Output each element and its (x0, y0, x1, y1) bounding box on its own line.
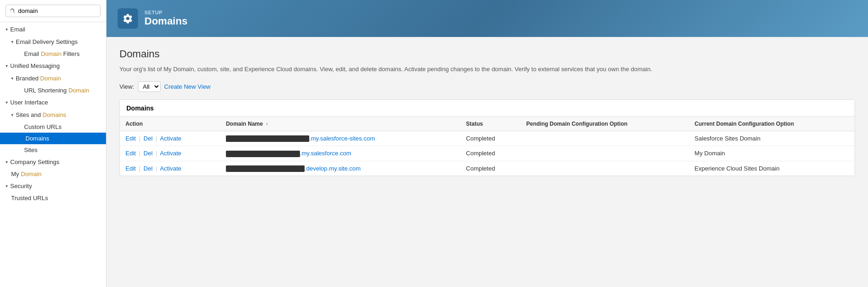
sidebar-label-branded-domain: Branded Domain (16, 75, 61, 82)
header-text: SETUP Domains (144, 10, 187, 27)
domains-table-container: Domains Action Domain Name ↑ Status Pend… (119, 99, 855, 177)
sidebar-label-sites: Sites (24, 147, 37, 153)
search-box[interactable] (0, 0, 106, 22)
sidebar-item-custom-urls[interactable]: Custom URLs (0, 121, 106, 133)
current-config-cell: My Domain (689, 146, 855, 161)
sidebar-item-unified-messaging[interactable]: ▾ Unified Messaging (0, 60, 106, 72)
sidebar-item-user-interface[interactable]: ▾ User Interface (0, 96, 106, 109)
edit-link[interactable]: Edit (125, 150, 136, 157)
sort-icon: ↑ (266, 122, 268, 127)
col-domain-name: Domain Name ↑ (220, 117, 461, 131)
sidebar-label-custom-urls: Custom URLs (24, 123, 62, 130)
main-content: SETUP Domains Domains Your org's list of… (106, 0, 868, 287)
col-action: Action (120, 117, 220, 131)
chevron-icon: ▾ (6, 100, 8, 105)
pending-cell (521, 161, 689, 176)
domain-cell: .my.salesforce.com (220, 146, 461, 161)
page-header: SETUP Domains (106, 0, 868, 37)
domain-link[interactable]: .develop.my.site.com (305, 165, 361, 172)
sidebar-label-domains: Domains (25, 135, 49, 142)
status-cell: Completed (461, 131, 521, 146)
view-select[interactable]: All (138, 81, 161, 92)
header-setup-label: SETUP (144, 10, 187, 15)
action-cell: Edit | Del | Activate (120, 131, 220, 146)
pending-cell (521, 146, 689, 161)
table-row: Edit | Del | Activate .my.salesforce-sit… (120, 131, 855, 146)
activate-link[interactable]: Activate (160, 135, 181, 142)
status-cell: Completed (461, 161, 521, 176)
content-description: Your org's list of My Domain, custom, si… (119, 65, 855, 74)
sidebar-label-my-domain: My Domain (11, 171, 42, 177)
sidebar-item-email-delivery[interactable]: ▾ Email Delivery Settings (0, 36, 106, 48)
chevron-icon: ▾ (6, 63, 8, 68)
separator: | (139, 150, 140, 157)
domain-redacted-block (226, 151, 300, 157)
activate-link[interactable]: Activate (160, 165, 181, 172)
view-bar: View: All Create New View (119, 81, 855, 92)
page-title: Domains (119, 48, 855, 60)
domain-redacted-block (226, 165, 305, 172)
sidebar-label-company-settings: Company Settings (10, 159, 59, 165)
chevron-icon: ▾ (11, 39, 13, 44)
action-links: Edit | Del | Activate (125, 135, 181, 142)
separator: | (156, 135, 157, 142)
sidebar-label-unified-messaging: Unified Messaging (10, 62, 60, 69)
sidebar-item-branded-domain[interactable]: ▾ Branded Domain (0, 72, 106, 85)
table-row: Edit | Del | Activate .develop.my.site.c… (120, 161, 855, 176)
table-header-row: Action Domain Name ↑ Status Pending Doma… (120, 117, 855, 131)
sidebar-item-sites[interactable]: Sites (0, 144, 106, 156)
action-links: Edit | Del | Activate (125, 165, 181, 172)
action-cell: Edit | Del | Activate (120, 146, 220, 161)
sidebar-item-sites-and-domains[interactable]: ▾ Sites and Domains (0, 109, 106, 121)
sidebar-label-trusted-urls: Trusted URLs (11, 195, 48, 202)
domains-table: Action Domain Name ↑ Status Pending Doma… (120, 117, 855, 176)
chevron-icon: ▾ (11, 112, 13, 117)
sidebar-item-url-shortening-domain[interactable]: URL Shortening Domain (0, 85, 106, 96)
domain-cell: .my.salesforce-sites.com (220, 131, 461, 146)
activate-link[interactable]: Activate (160, 150, 181, 157)
separator: | (156, 150, 157, 157)
edit-link[interactable]: Edit (125, 165, 136, 172)
sidebar-label-email-delivery: Email Delivery Settings (16, 38, 78, 45)
gear-icon (118, 8, 138, 29)
action-cell: Edit | Del | Activate (120, 161, 220, 176)
edit-link[interactable]: Edit (125, 135, 136, 142)
del-link[interactable]: Del (144, 150, 153, 157)
chevron-icon: ▾ (6, 159, 8, 165)
domain-link[interactable]: .my.salesforce-sites.com (309, 135, 375, 142)
chevron-icon: ▾ (6, 183, 8, 189)
sidebar-item-security[interactable]: ▾ Security (0, 180, 106, 192)
separator: | (156, 165, 157, 172)
status-cell: Completed (461, 146, 521, 161)
table-body: Edit | Del | Activate .my.salesforce-sit… (120, 131, 855, 176)
search-input[interactable] (6, 5, 100, 17)
sidebar-label-sites-domains: Sites and Domains (16, 111, 66, 118)
header-title: Domains (144, 15, 187, 27)
sidebar-item-email[interactable]: ▾ Email (0, 23, 106, 36)
sidebar-item-trusted-urls[interactable]: Trusted URLs (0, 192, 106, 204)
sidebar-label-email-domain-filters: Email Domain Filters (24, 50, 80, 57)
chevron-icon: ▾ (6, 27, 8, 32)
col-pending: Pending Domain Configuration Option (521, 117, 689, 131)
domain-cell: .develop.my.site.com (220, 161, 461, 176)
sidebar-item-email-domain-filters[interactable]: Email Domain Filters (0, 48, 106, 60)
create-new-view-link[interactable]: Create New View (164, 83, 211, 90)
pending-cell (521, 131, 689, 146)
col-status: Status (461, 117, 521, 131)
action-links: Edit | Del | Activate (125, 150, 181, 157)
content-area: Domains Your org's list of My Domain, cu… (106, 37, 868, 287)
view-label: View: (119, 83, 134, 90)
domains-table-title: Domains (120, 100, 855, 117)
del-link[interactable]: Del (144, 135, 153, 142)
sidebar-label-email: Email (10, 26, 25, 33)
table-row: Edit | Del | Activate .my.salesforce.com… (120, 146, 855, 161)
sidebar-item-domains[interactable]: Domains (0, 133, 106, 144)
sidebar: ▾ Email ▾ Email Delivery Settings Email … (0, 0, 106, 287)
separator: | (139, 165, 140, 172)
domain-link[interactable]: .my.salesforce.com (300, 150, 351, 157)
chevron-icon: ▾ (11, 76, 13, 81)
sidebar-item-company-settings[interactable]: ▾ Company Settings (0, 156, 106, 168)
separator: | (139, 135, 140, 142)
del-link[interactable]: Del (144, 165, 153, 172)
sidebar-item-my-domain[interactable]: My Domain (0, 168, 106, 180)
